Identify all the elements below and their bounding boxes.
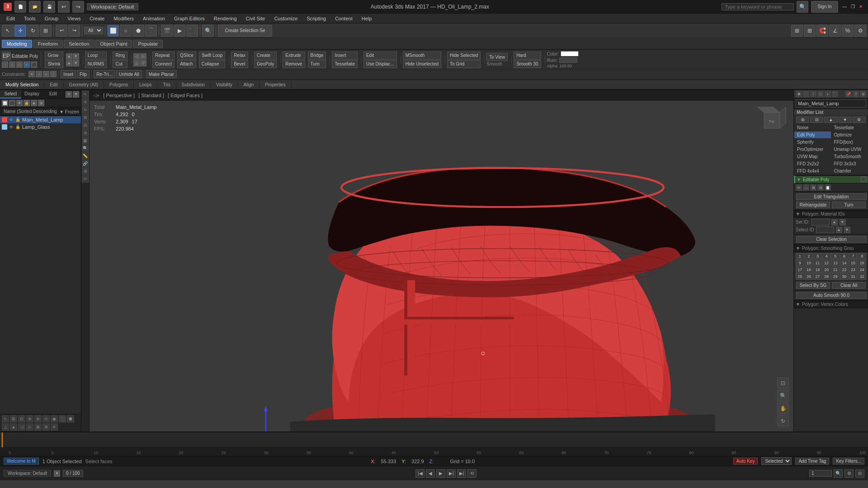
- lv-btn-11[interactable]: ▲: [10, 423, 17, 431]
- tab-selection[interactable]: Selection: [64, 40, 94, 48]
- edit-triangulation-btn[interactable]: Edit Triangulation: [796, 193, 867, 200]
- workspace-label-bottom[interactable]: Workspace: Default: [4, 470, 51, 477]
- st-edit[interactable]: Edit: [44, 81, 63, 88]
- st-modify-selection[interactable]: Modify Selection: [0, 81, 44, 88]
- geopoly-btn[interactable]: GeoPoly: [254, 60, 277, 68]
- unhide-all-btn[interactable]: Unhide All: [116, 70, 142, 78]
- lv-s3[interactable]: ↻: [82, 106, 89, 113]
- edit-btn[interactable]: Edit: [363, 52, 397, 60]
- mod-ffdbox[interactable]: FFD(box): [831, 139, 868, 145]
- scene-icon3[interactable]: 👁: [16, 100, 23, 106]
- search-input[interactable]: [722, 3, 794, 10]
- mod-edit-poly[interactable]: Edit Poly: [794, 131, 831, 138]
- minimize-btn[interactable]: —: [841, 3, 848, 10]
- lv-s8[interactable]: 🔍: [82, 145, 89, 152]
- sg-btn-2[interactable]: 2: [805, 253, 813, 259]
- sg-btn-28[interactable]: 28: [822, 273, 831, 280]
- vp-orbit[interactable]: ↻: [777, 415, 789, 427]
- rp-vert-icon[interactable]: ·: [803, 91, 809, 97]
- workspace-dropdown[interactable]: Workspace: Default: [87, 3, 138, 10]
- quick-render[interactable]: ▶: [174, 25, 185, 37]
- menu-modifiers[interactable]: Modifiers: [109, 15, 138, 22]
- render-frame[interactable]: ⬛: [186, 25, 198, 37]
- tab-modeling[interactable]: Modeling: [2, 40, 32, 48]
- key-mode-select[interactable]: Selected: [761, 457, 792, 465]
- new-btn[interactable]: 📄: [14, 1, 26, 13]
- editable-poly-icon[interactable]: EP: [2, 52, 11, 61]
- sg-btn-13[interactable]: 13: [831, 260, 840, 266]
- lamp-eye[interactable]: 👁: [9, 117, 14, 122]
- shrink-icon-bot[interactable]: ▼: [73, 60, 79, 66]
- prop-icon-4[interactable]: ⊟: [817, 184, 824, 191]
- constraints-none[interactable]: ✕: [28, 71, 35, 77]
- element-mode[interactable]: ⬛: [31, 61, 37, 68]
- sg-btn-24[interactable]: 24: [858, 267, 866, 273]
- clear-all-btn[interactable]: Clear All: [832, 282, 866, 289]
- mod-down-btn[interactable]: ▼: [839, 117, 852, 123]
- frame-search-btn[interactable]: 🔍: [834, 469, 843, 478]
- sg-btn-14[interactable]: 14: [840, 260, 849, 266]
- search-btn[interactable]: 🔍: [797, 1, 808, 13]
- edge-mode[interactable]: /: [9, 61, 15, 68]
- scale-tool[interactable]: ⊞: [40, 25, 52, 37]
- redo-btn2[interactable]: ↪: [68, 25, 80, 37]
- select-id-up[interactable]: ▲: [836, 227, 842, 233]
- object-name-input[interactable]: Main_Metal_Lamp: [796, 99, 866, 108]
- color-swatch[interactable]: [561, 51, 579, 56]
- lv-s4[interactable]: ⊞: [82, 114, 89, 121]
- nurms-btn[interactable]: NURMS: [85, 60, 107, 68]
- shrink-btn[interactable]: Shrink: [45, 60, 63, 68]
- rp-poly-icon[interactable]: ▪: [825, 91, 831, 97]
- lv-s12[interactable]: ✂: [82, 175, 89, 183]
- ring-icon[interactable]: △: [133, 60, 140, 66]
- angle-snap[interactable]: ∠: [829, 25, 841, 37]
- lv-s11[interactable]: ⚙: [82, 168, 89, 175]
- sg-btn-8[interactable]: 8: [858, 253, 866, 259]
- select-by-sg-btn[interactable]: Select By SG: [796, 282, 830, 289]
- to-view-btn[interactable]: To View: [486, 53, 508, 61]
- flip-btn[interactable]: Flip: [77, 70, 90, 78]
- menu-content[interactable]: Content: [330, 15, 357, 22]
- select-id-input[interactable]: [816, 226, 834, 233]
- sg-btn-26[interactable]: 26: [805, 273, 813, 280]
- box-select[interactable]: ⬜: [107, 25, 119, 37]
- menu-tools[interactable]: Tools: [19, 15, 40, 22]
- sg-btn-32[interactable]: 32: [858, 273, 866, 280]
- timeline-track[interactable]: [0, 432, 868, 448]
- lv-s10[interactable]: 🔗: [82, 160, 89, 167]
- undo-btn2[interactable]: ↩: [56, 25, 67, 37]
- sign-in-btn[interactable]: Sign In: [811, 1, 838, 13]
- menu-views[interactable]: Views: [63, 15, 85, 22]
- circle-select[interactable]: ○: [120, 25, 132, 37]
- scene-icon4[interactable]: 🔒: [24, 100, 30, 106]
- mod-ffd3x3x3[interactable]: FFD 3x3x3: [831, 160, 868, 167]
- scene-icon2[interactable]: ⬛: [9, 100, 15, 106]
- prop-icon-3[interactable]: ⊞: [810, 184, 816, 191]
- select-tool[interactable]: ↖: [2, 25, 14, 37]
- play-btn[interactable]: ▶: [436, 469, 445, 478]
- menu-animation[interactable]: Animation: [138, 15, 170, 22]
- attach-btn[interactable]: Attach: [177, 60, 196, 68]
- menu-civil-site[interactable]: Civil Site: [241, 15, 270, 22]
- vp-nav-back[interactable]: ◁+: [93, 93, 99, 99]
- qslice-btn[interactable]: QSlice: [177, 52, 196, 60]
- menu-customize[interactable]: Customize: [269, 15, 302, 22]
- sg-btn-25[interactable]: 25: [796, 273, 804, 280]
- lv-btn-16[interactable]: ✕: [51, 423, 58, 431]
- save-btn[interactable]: 💾: [43, 1, 55, 13]
- extrude-btn[interactable]: Extrude: [283, 52, 305, 60]
- prev-frame-btn[interactable]: ◀: [426, 469, 435, 478]
- tab-freeform[interactable]: Freeform: [33, 40, 63, 48]
- lv-btn-14[interactable]: ⊠: [34, 423, 42, 431]
- clear-selection-btn[interactable]: Clear Selection: [796, 236, 867, 243]
- menu-edit[interactable]: Edit: [2, 15, 19, 22]
- key-filters-btn[interactable]: Key Filters...: [833, 458, 864, 465]
- border-mode[interactable]: □: [16, 61, 23, 68]
- hide-selected-btn[interactable]: Hide Selected: [447, 52, 481, 60]
- repeat-btn[interactable]: Repeat: [152, 52, 175, 60]
- sg-btn-16[interactable]: 16: [858, 260, 866, 266]
- constraints-face[interactable]: ▪: [43, 71, 49, 77]
- vp-perspective[interactable]: [ Perspective ]: [103, 93, 135, 98]
- view-mode-btn[interactable]: ⊞: [791, 25, 803, 37]
- tab-object-paint[interactable]: Object Paint: [95, 40, 132, 48]
